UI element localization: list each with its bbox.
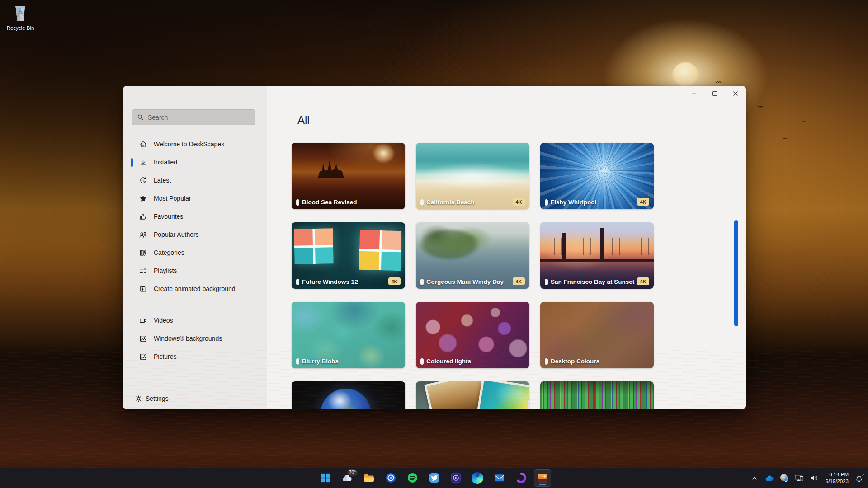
taskbar-start-icon[interactable] xyxy=(317,469,334,487)
taskbar-loop-icon[interactable] xyxy=(512,469,529,487)
thumbs-up-icon xyxy=(138,212,147,221)
wallpaper-tile-desktop-colours[interactable]: Desktop Colours xyxy=(540,302,654,368)
desktop-wallpaper: Recycle Bin Welcome to DeskScapes Instal… xyxy=(0,0,868,488)
taskbar-twitter-icon[interactable] xyxy=(425,469,443,487)
recycle-bin-label: Recycle Bin xyxy=(4,25,37,31)
wallpaper-tile-sf-bay-sunset[interactable]: San Francisco Bay at Sunset4K xyxy=(540,222,654,289)
animated-indicator-icon xyxy=(545,199,548,206)
taskbar-clock[interactable]: 6:14 PM 6/19/2023 xyxy=(826,471,849,485)
history-icon xyxy=(138,176,147,185)
animated-indicator-icon xyxy=(420,279,424,285)
sidebar-item-label: Videos xyxy=(154,317,173,324)
sidebar-item-label: Latest xyxy=(154,177,171,184)
sidebar-item-windows-backgrounds[interactable]: Windows® backgrounds xyxy=(123,329,267,347)
sidebar-item-installed[interactable]: Installed xyxy=(123,153,267,171)
sidebar-item-playlists[interactable]: Playlists xyxy=(123,262,267,280)
volume-icon[interactable] xyxy=(809,471,820,485)
onedrive-icon[interactable] xyxy=(764,471,775,485)
tile-title: California Beach xyxy=(426,199,475,206)
taskbar-mail-icon[interactable] xyxy=(491,469,508,487)
settings-divider xyxy=(123,388,267,388)
tile-title: Gorgeous Maui Windy Day xyxy=(426,278,504,285)
categories-icon xyxy=(138,248,147,257)
taskbar-file-explorer-icon[interactable] xyxy=(360,469,377,487)
wallpaper-tile-blurry-blobs[interactable]: Blurry Blobs xyxy=(292,302,405,368)
tray-globe-icon[interactable] xyxy=(779,471,790,485)
wallpaper-tile-photo-collage[interactable] xyxy=(416,381,529,409)
animated-indicator-icon xyxy=(296,279,299,285)
bird-silhouette xyxy=(758,102,764,110)
taskbar: 70° 6:14 PM 6/19/2023 zz xyxy=(0,468,868,488)
sidebar-nav-library: Videos Windows® backgrounds Pictures xyxy=(123,311,267,366)
sidebar-item-label: Welcome to DeskScapes xyxy=(154,141,224,148)
svg-text:z: z xyxy=(863,473,864,475)
wallpaper-tile-coloured-lights[interactable]: Coloured lights xyxy=(416,302,529,368)
close-button[interactable] xyxy=(725,86,746,101)
wallpaper-tile-fishy-whirlpool[interactable]: Fishy Whirlpool4K xyxy=(540,143,654,209)
bird-silhouette xyxy=(801,117,806,125)
taskbar-video-app-icon[interactable] xyxy=(447,469,464,487)
page-title: All xyxy=(297,114,310,127)
tray-chevron-up-icon[interactable] xyxy=(749,471,760,485)
sidebar-item-pictures[interactable]: Pictures xyxy=(123,347,267,366)
sidebar-item-create-animated-background[interactable]: Create animated background xyxy=(123,280,267,298)
sidebar-item-label: Categories xyxy=(154,249,184,256)
4k-badge: 4K xyxy=(637,277,649,285)
bird-silhouette xyxy=(783,133,788,141)
wallpaper-tile-future-windows[interactable]: Future Windows 124K xyxy=(292,222,405,289)
taskbar-app-group: 70° xyxy=(317,468,551,488)
sidebar: Welcome to DeskScapes Installed Latest M… xyxy=(123,86,267,409)
wallpaper-tile-colour-stripes[interactable] xyxy=(540,381,654,409)
sidebar-item-videos[interactable]: Videos xyxy=(123,311,267,329)
settings-label: Settings xyxy=(146,395,169,402)
gear-icon xyxy=(134,394,143,403)
people-icon xyxy=(138,230,147,239)
window-controls xyxy=(684,86,746,101)
cast-display-icon[interactable] xyxy=(794,471,805,485)
wallpaper-tile-blood-sea[interactable]: Blood Sea Revised xyxy=(292,143,405,209)
bird-silhouette xyxy=(716,77,722,85)
image-icon xyxy=(138,352,147,361)
4k-badge: 4K xyxy=(513,277,525,285)
sidebar-item-most-popular[interactable]: Most Popular xyxy=(123,189,267,207)
4k-badge: 4K xyxy=(513,198,525,206)
animated-indicator-icon xyxy=(420,199,424,206)
4k-badge: 4K xyxy=(637,198,649,206)
wallpaper-tile-earth[interactable] xyxy=(292,381,405,409)
sidebar-item-categories[interactable]: Categories xyxy=(123,244,267,262)
search-input[interactable] xyxy=(148,114,250,121)
scrollbar-thumb[interactable] xyxy=(734,220,738,326)
taskbar-spotify-icon[interactable] xyxy=(404,469,421,487)
notification-bell-dnd-icon[interactable]: zz xyxy=(854,471,864,485)
wallpaper-tile-california-beach[interactable]: California Beach4K xyxy=(416,143,529,209)
tile-title: San Francisco Bay at Sunset xyxy=(551,278,634,285)
taskbar-deskscapes-icon[interactable] xyxy=(534,469,551,487)
sidebar-item-label: Create animated background xyxy=(154,285,236,292)
tile-caption: Coloured lights xyxy=(420,358,471,365)
sidebar-item-latest[interactable]: Latest xyxy=(123,171,267,189)
maximize-button[interactable] xyxy=(704,86,725,101)
sidebar-item-welcome-to-deskscapes[interactable]: Welcome to DeskScapes xyxy=(123,135,267,153)
image-icon xyxy=(138,334,147,343)
sidebar-item-label: Installed xyxy=(154,159,177,166)
tile-title: Blurry Blobs xyxy=(302,358,339,365)
tile-title: Future Windows 12 xyxy=(302,278,358,285)
wallpaper-tile-maui-windy-day[interactable]: Gorgeous Maui Windy Day4K xyxy=(416,222,529,289)
sidebar-item-favourites[interactable]: Favourites xyxy=(123,207,267,225)
taskbar-edge-icon[interactable] xyxy=(469,469,486,487)
main-content: All Blood Sea Revised California Beach4K… xyxy=(267,86,746,409)
taskbar-one-password-icon[interactable] xyxy=(382,469,399,487)
system-tray: 6:14 PM 6/19/2023 zz xyxy=(749,468,864,488)
taskbar-weather-icon[interactable]: 70° xyxy=(339,469,356,487)
tile-caption: Gorgeous Maui Windy Day xyxy=(420,278,504,285)
animated-indicator-icon xyxy=(296,358,299,365)
deskscapes-window: Welcome to DeskScapes Installed Latest M… xyxy=(123,86,746,409)
recycle-bin-shortcut[interactable]: Recycle Bin xyxy=(4,4,37,31)
sidebar-item-settings[interactable]: Settings xyxy=(123,389,267,408)
search-box[interactable] xyxy=(132,109,255,125)
search-icon xyxy=(137,113,144,121)
tile-caption: Fishy Whirlpool xyxy=(545,199,596,206)
minimize-button[interactable] xyxy=(684,86,704,101)
weather-temp: 70° xyxy=(347,469,358,476)
sidebar-item-popular-authors[interactable]: Popular Authors xyxy=(123,225,267,244)
